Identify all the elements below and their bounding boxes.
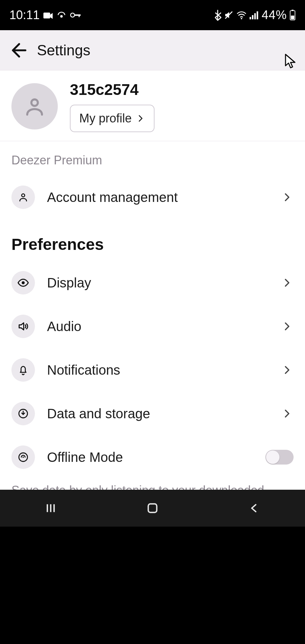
offline-mode-description: Save data by only listening to your down…: [0, 479, 305, 490]
subscription-label: Deezer Premium: [0, 141, 305, 175]
svg-point-15: [21, 194, 25, 197]
camera-icon: [43, 11, 53, 19]
chevron-right-icon: [280, 407, 294, 420]
person-icon: [24, 95, 46, 117]
row-label: Offline Mode: [47, 450, 265, 465]
status-right: 44%: [214, 8, 296, 22]
profile-block: 315c2574 My profile: [0, 70, 305, 141]
svg-point-1: [60, 15, 63, 18]
person-icon: [11, 185, 35, 209]
row-display[interactable]: Display: [0, 261, 305, 305]
row-audio[interactable]: Audio: [0, 305, 305, 348]
page-title: Settings: [37, 42, 90, 59]
svg-rect-10: [257, 11, 258, 19]
svg-rect-4: [79, 14, 80, 17]
battery-percent: 44%: [262, 8, 287, 22]
nav-back-button[interactable]: [224, 496, 285, 520]
back-button[interactable]: [4, 35, 34, 65]
download-circle-icon: [11, 402, 35, 425]
svg-rect-8: [252, 15, 253, 19]
chevron-right-icon: [280, 320, 294, 333]
speaker-icon: [11, 315, 35, 338]
svg-point-14: [31, 99, 38, 106]
row-data-storage[interactable]: Data and storage: [0, 392, 305, 435]
section-preferences-title: Preferences: [0, 219, 305, 261]
svg-point-2: [71, 13, 75, 17]
wifi-icon: [236, 11, 247, 19]
signal-icon: [250, 11, 259, 19]
status-time: 10:11: [9, 8, 40, 22]
letterbox-bottom: [0, 527, 305, 644]
svg-rect-9: [254, 13, 256, 19]
chevron-right-icon: [280, 363, 294, 377]
svg-rect-7: [250, 17, 251, 19]
my-profile-button[interactable]: My profile: [70, 105, 155, 132]
offline-mode-toggle[interactable]: [265, 450, 294, 465]
svg-point-19: [23, 457, 24, 458]
eye-icon: [11, 271, 35, 294]
svg-rect-3: [75, 14, 81, 16]
row-offline-mode: Offline Mode: [0, 435, 305, 479]
bell-icon: [11, 358, 35, 382]
row-label: Notifications: [47, 363, 280, 378]
svg-rect-13: [291, 15, 294, 19]
svg-rect-12: [292, 10, 294, 11]
chevron-right-icon: [280, 276, 294, 289]
nav-home-button[interactable]: [122, 496, 183, 520]
avatar: [11, 83, 58, 129]
status-bar: 10:11 44%: [0, 0, 305, 30]
row-label: Account management: [47, 190, 280, 205]
profile-name: 315c2574: [70, 80, 155, 99]
system-nav-bar: [0, 490, 305, 527]
svg-point-16: [22, 281, 25, 284]
app-bar: Settings: [0, 30, 305, 70]
svg-rect-24: [148, 504, 157, 512]
status-left: 10:11: [9, 8, 81, 22]
row-label: Display: [47, 275, 280, 290]
svg-rect-0: [43, 13, 50, 19]
chevron-right-icon: [136, 114, 145, 123]
bluetooth-icon: [214, 9, 221, 21]
nav-recent-button[interactable]: [20, 496, 81, 520]
mute-icon: [224, 10, 233, 20]
row-label: Audio: [47, 319, 280, 334]
row-label: Data and storage: [47, 406, 280, 421]
vpn-key-icon: [70, 12, 81, 18]
row-account-management[interactable]: Account management: [0, 175, 305, 219]
my-profile-label: My profile: [79, 111, 132, 125]
settings-content: 315c2574 My profile Deezer Premium Accou…: [0, 70, 305, 490]
arrow-left-icon: [10, 41, 29, 60]
battery-icon: [290, 10, 296, 20]
row-notifications[interactable]: Notifications: [0, 348, 305, 392]
offline-icon: [11, 445, 35, 469]
chevron-right-icon: [280, 191, 294, 204]
svg-point-6: [241, 18, 242, 19]
hotspot-icon: [56, 11, 67, 19]
profile-info: 315c2574 My profile: [70, 80, 155, 132]
